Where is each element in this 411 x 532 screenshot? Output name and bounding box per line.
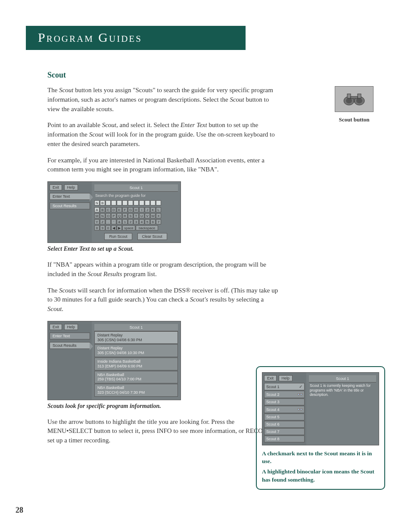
scout-list-item[interactable]: Scout 1✓ (264, 383, 305, 390)
binoculars-icon: 👓 (297, 407, 302, 412)
scout-list-item[interactable]: Scout 3 (264, 398, 305, 405)
result-row[interactable]: NBA Basketball259 (TBS) 04/10 7:00 PM (94, 371, 178, 384)
tv-exit-button[interactable]: Exit (50, 324, 62, 330)
paragraph-6: Use the arrow buttons to highlight the t… (47, 417, 280, 445)
tv-exit-button[interactable]: Exit (264, 375, 277, 381)
tv-menu-enter-text[interactable]: Enter Text (50, 193, 90, 200)
tv-help-button[interactable]: Help (64, 184, 78, 190)
screenshot-scout-list: Exit Help Scout 1✓ Scout 2👓 Scout 3 Scou… (262, 372, 379, 445)
tv-title: Scout 1 (309, 375, 376, 383)
tv-menu-scout-results[interactable]: Scout Results (50, 202, 90, 209)
tv-keyboard-row3[interactable]: YZ.'&1234567 (94, 219, 178, 224)
callout-box: Exit Help Scout 1✓ Scout 2👓 Scout 3 Scou… (256, 366, 385, 490)
tv-run-scout-button[interactable]: Run Scout (104, 233, 132, 240)
tv-clear-scout-button[interactable]: Clear Scout (137, 233, 167, 240)
tv-entry-box: NB (94, 200, 178, 205)
section-heading-scout: Scout (47, 71, 280, 80)
caption-2: Scouts look for specific program informa… (47, 403, 280, 410)
tv-title: Scout 1 (94, 324, 178, 331)
caption-1: Select Enter Text to set up a Scout. (47, 246, 280, 252)
screenshot-scout-results: Exit Help Enter Text Scout Results Scout… (47, 321, 181, 400)
tv-description: Scout 1 is currently keeping watch for p… (309, 383, 376, 398)
result-row[interactable]: NBA Basketball323 (SCCH) 04/10 7:30 PM (94, 384, 178, 397)
binoculars-icon: 👓 (297, 392, 302, 397)
scout-list-item[interactable]: Scout 8 (264, 436, 305, 442)
callout-note-1: A checkmark next to the Scout means it i… (262, 450, 379, 465)
tv-help-button[interactable]: Help (64, 324, 78, 330)
paragraph-5: The Scouts will search for information w… (47, 286, 280, 314)
check-icon: ✓ (299, 384, 302, 389)
tv-subtitle: Search the program guide for (94, 192, 178, 199)
screenshot-enter-text: Exit Help Enter Text Scout Results Scout… (47, 181, 181, 243)
tv-menu-scout-results[interactable]: Scout Results (50, 342, 90, 349)
result-row[interactable]: Distant Replay305 (CSN) 04/08 10:30 PM (94, 344, 178, 357)
tv-title: Scout 1 (94, 184, 178, 192)
scout-list-item[interactable]: Scout 4👓 (264, 406, 305, 413)
tv-keyboard-row4[interactable]: 890◀▶spacebackspace (94, 225, 178, 230)
scout-list-item[interactable]: Scout 7 (264, 428, 305, 435)
result-row[interactable]: Inside Indiana Basketball313 (EMP) 04/09… (94, 358, 178, 370)
paragraph-4: If "NBA" appears within a program title … (47, 260, 280, 279)
tv-menu-enter-text[interactable]: Enter Text (50, 333, 90, 339)
tv-help-button[interactable]: Help (279, 375, 293, 381)
scout-list-item[interactable]: Scout 6 (264, 421, 305, 428)
tv-exit-button[interactable]: Exit (50, 184, 62, 190)
paragraph-1: The Scout button lets you assign "Scouts… (47, 86, 280, 114)
callout-note-2: A highlighted binocular icon means the S… (262, 468, 379, 483)
scout-list-item[interactable]: Scout 5 (264, 414, 305, 420)
result-row[interactable]: Distant Replay305 (CSN) 04/08 6:30 PM (94, 331, 178, 344)
paragraph-3: For example, if you are interested in Na… (47, 156, 280, 175)
paragraph-2: Point to an available Scout, and select … (47, 121, 280, 149)
page-title-bar: Program Guides (26, 26, 246, 50)
tv-keyboard-row2[interactable]: MNOPQRSTUVWX (94, 213, 178, 218)
page-number: 28 (16, 506, 23, 515)
tv-keyboard-row1[interactable]: ABCDEFGHIJKL (94, 207, 178, 212)
scout-list-item[interactable]: Scout 2👓 (264, 391, 305, 398)
